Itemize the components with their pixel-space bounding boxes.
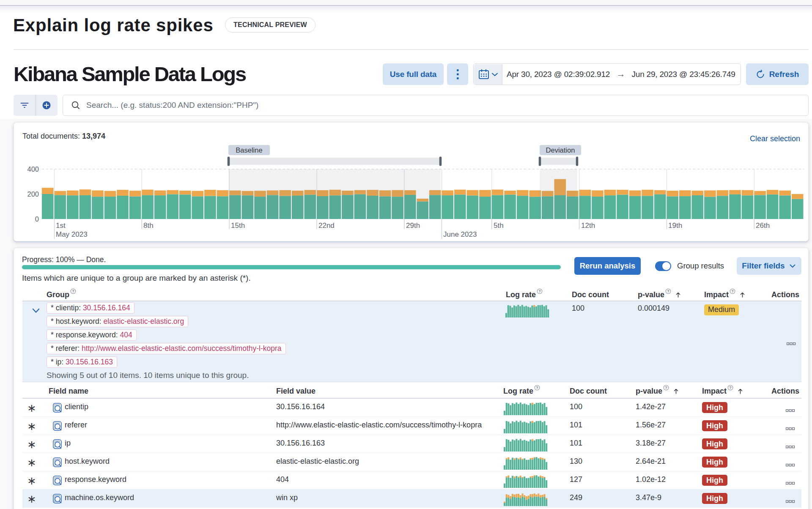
svg-text:?: ? bbox=[667, 289, 669, 293]
svg-text:?: ? bbox=[538, 289, 540, 293]
svg-text:?: ? bbox=[72, 289, 74, 293]
svg-text:?: ? bbox=[536, 386, 538, 390]
svg-text:?: ? bbox=[665, 386, 667, 390]
